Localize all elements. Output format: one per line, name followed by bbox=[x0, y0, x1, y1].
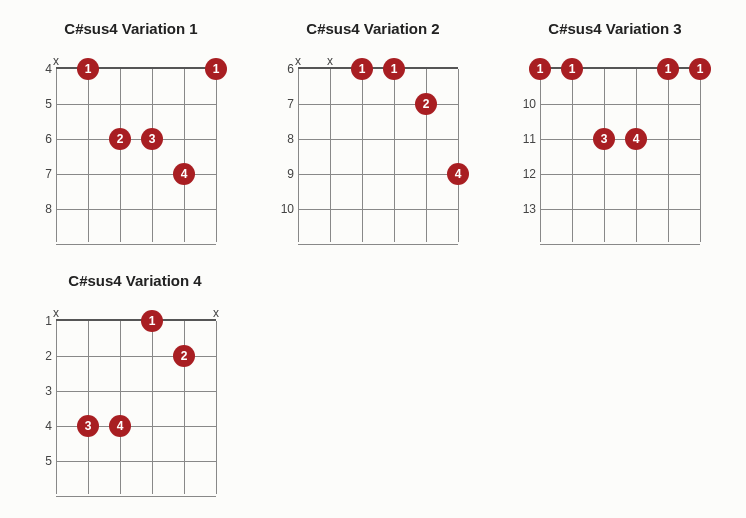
finger-dot: 4 bbox=[173, 163, 195, 185]
fret-label: 6 bbox=[276, 62, 294, 76]
mute-marker: x bbox=[327, 54, 333, 68]
string-line bbox=[56, 321, 57, 494]
string-line bbox=[362, 69, 363, 242]
string-line bbox=[56, 69, 57, 242]
fret-label: 10 bbox=[276, 202, 294, 216]
chord-title: C#sus4 Variation 4 bbox=[30, 272, 240, 289]
finger-dot: 2 bbox=[415, 93, 437, 115]
fret-line bbox=[540, 139, 700, 140]
string-line bbox=[88, 69, 89, 242]
chord-grid: 910111213111134 bbox=[540, 67, 700, 242]
string-line bbox=[572, 69, 573, 242]
mute-marker: x bbox=[213, 306, 219, 320]
chord-title: C#sus4 Variation 3 bbox=[514, 20, 716, 37]
mute-marker: x bbox=[53, 54, 59, 68]
chord-grid-wrap: 12345xx1234 bbox=[30, 303, 240, 494]
string-line bbox=[458, 69, 459, 242]
chord-grid-wrap: 910111213111134 bbox=[514, 51, 716, 242]
string-line bbox=[700, 69, 701, 242]
finger-dot: 4 bbox=[447, 163, 469, 185]
chord-row: C#sus4 Variation 145678x11234C#sus4 Vari… bbox=[30, 20, 716, 242]
chord-title: C#sus4 Variation 1 bbox=[30, 20, 232, 37]
fret-line bbox=[540, 104, 700, 105]
finger-dot: 2 bbox=[173, 345, 195, 367]
string-line bbox=[216, 321, 217, 494]
fret-line bbox=[298, 244, 458, 245]
finger-dot: 2 bbox=[109, 128, 131, 150]
string-line bbox=[540, 69, 541, 242]
fret-label: 7 bbox=[276, 97, 294, 111]
finger-dot: 1 bbox=[351, 58, 373, 80]
chord-diagram: C#sus4 Variation 2678910xx1124 bbox=[272, 20, 474, 242]
fret-label: 11 bbox=[518, 132, 536, 146]
mute-marker: x bbox=[295, 54, 301, 68]
fret-label: 13 bbox=[518, 202, 536, 216]
chord-grid: 45678x11234 bbox=[56, 67, 216, 242]
mute-marker: x bbox=[53, 306, 59, 320]
string-line bbox=[216, 69, 217, 242]
fret-line bbox=[540, 209, 700, 210]
finger-dot: 3 bbox=[593, 128, 615, 150]
fret-line bbox=[298, 174, 458, 175]
finger-dot: 3 bbox=[141, 128, 163, 150]
string-line bbox=[604, 69, 605, 242]
fret-line bbox=[56, 244, 216, 245]
fret-label: 2 bbox=[34, 349, 52, 363]
fret-line bbox=[56, 104, 216, 105]
finger-dot: 3 bbox=[77, 415, 99, 437]
chord-grid: 678910xx1124 bbox=[298, 67, 458, 242]
finger-dot: 4 bbox=[109, 415, 131, 437]
fret-line bbox=[56, 139, 216, 140]
fret-label: 6 bbox=[34, 132, 52, 146]
fret-label: 5 bbox=[34, 454, 52, 468]
fret-label: 8 bbox=[276, 132, 294, 146]
string-line bbox=[120, 69, 121, 242]
finger-dot: 1 bbox=[529, 58, 551, 80]
fret-label: 3 bbox=[34, 384, 52, 398]
string-line bbox=[668, 69, 669, 242]
fret-label: 10 bbox=[518, 97, 536, 111]
finger-dot: 1 bbox=[205, 58, 227, 80]
string-line bbox=[184, 69, 185, 242]
finger-dot: 1 bbox=[77, 58, 99, 80]
fret-label: 1 bbox=[34, 314, 52, 328]
string-line bbox=[298, 69, 299, 242]
fret-line bbox=[540, 174, 700, 175]
chord-diagram: C#sus4 Variation 412345xx1234 bbox=[30, 272, 240, 494]
string-line bbox=[330, 69, 331, 242]
fret-line bbox=[56, 391, 216, 392]
fret-line bbox=[56, 461, 216, 462]
finger-dot: 4 bbox=[625, 128, 647, 150]
chord-grid-wrap: 678910xx1124 bbox=[272, 51, 474, 242]
finger-dot: 1 bbox=[141, 310, 163, 332]
string-line bbox=[120, 321, 121, 494]
fret-label: 8 bbox=[34, 202, 52, 216]
finger-dot: 1 bbox=[383, 58, 405, 80]
fret-label: 12 bbox=[518, 167, 536, 181]
fret-label: 9 bbox=[276, 167, 294, 181]
string-line bbox=[152, 69, 153, 242]
string-line bbox=[636, 69, 637, 242]
fret-label: 7 bbox=[34, 167, 52, 181]
finger-dot: 1 bbox=[561, 58, 583, 80]
finger-dot: 1 bbox=[689, 58, 711, 80]
chord-grid: 12345xx1234 bbox=[56, 319, 216, 494]
chord-diagram: C#sus4 Variation 3910111213111134 bbox=[514, 20, 716, 242]
fret-label: 4 bbox=[34, 419, 52, 433]
fret-line bbox=[298, 139, 458, 140]
chord-diagram: C#sus4 Variation 145678x11234 bbox=[30, 20, 232, 242]
string-line bbox=[394, 69, 395, 242]
fret-line bbox=[56, 496, 216, 497]
string-line bbox=[88, 321, 89, 494]
fret-label: 4 bbox=[34, 62, 52, 76]
fret-line bbox=[298, 209, 458, 210]
fret-label: 5 bbox=[34, 97, 52, 111]
chord-row: C#sus4 Variation 412345xx1234 bbox=[30, 272, 716, 494]
fret-line bbox=[540, 244, 700, 245]
chord-title: C#sus4 Variation 2 bbox=[272, 20, 474, 37]
chord-grid-wrap: 45678x11234 bbox=[30, 51, 232, 242]
string-line bbox=[152, 321, 153, 494]
finger-dot: 1 bbox=[657, 58, 679, 80]
fret-line bbox=[56, 209, 216, 210]
